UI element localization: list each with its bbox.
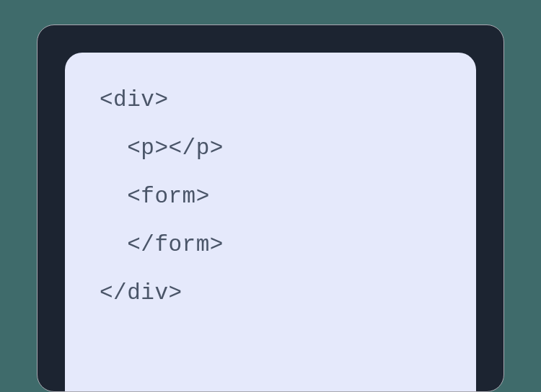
code-line: </div> (100, 282, 441, 304)
code-frame: <div> <p></p> <form> </form> </div> (37, 24, 504, 392)
code-line: <form> (100, 185, 441, 208)
code-line: <div> (100, 89, 441, 111)
code-panel: <div> <p></p> <form> </form> </div> (65, 53, 476, 391)
code-line: <p></p> (100, 137, 441, 159)
code-line: </form> (100, 233, 441, 256)
